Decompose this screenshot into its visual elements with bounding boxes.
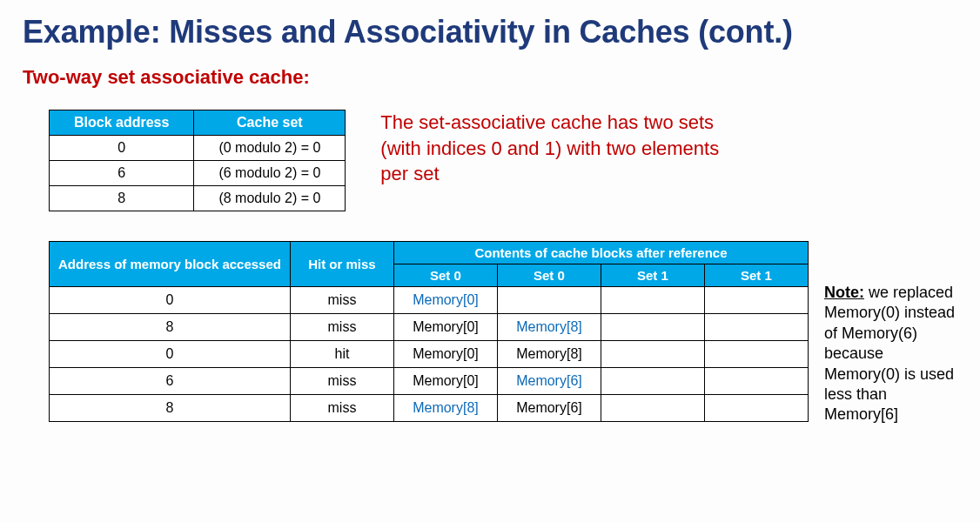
- cell: [704, 341, 808, 368]
- col-hit-miss: Hit or miss: [290, 242, 393, 287]
- cell: [601, 314, 704, 341]
- cell: [704, 287, 808, 314]
- cell: [704, 314, 808, 341]
- cell: 0: [50, 341, 291, 368]
- cell: hit: [290, 341, 393, 368]
- cell: Memory[6]: [497, 395, 601, 422]
- col-block-address: Block address: [50, 110, 194, 136]
- cell-addr: 8: [50, 186, 194, 211]
- mapping-table: Block address Cache set 0 (0 modulo 2) =…: [49, 110, 346, 211]
- col-cache-set: Cache set: [194, 110, 346, 136]
- subtitle: Two-way set associative cache:: [23, 66, 957, 89]
- callout-text: The set-associative cache has two sets (…: [380, 110, 746, 187]
- cell-addr: 0: [50, 136, 194, 161]
- cell: 8: [50, 395, 291, 422]
- cell: [704, 368, 808, 395]
- cell: 6: [50, 368, 291, 395]
- table-row: 0missMemory[0]: [50, 287, 809, 314]
- note-label: Note:: [824, 284, 864, 301]
- table-header-row: Address of memory block accessed Hit or …: [50, 242, 809, 264]
- table-row: 8missMemory[0]Memory[8]: [50, 314, 809, 341]
- table-row: 6missMemory[0]Memory[6]: [50, 368, 809, 395]
- cell: Memory[6]: [497, 368, 601, 395]
- cell: [601, 341, 704, 368]
- cell: miss: [290, 395, 393, 422]
- cell: miss: [290, 314, 393, 341]
- table-row: 0 (0 modulo 2) = 0: [50, 136, 346, 161]
- cell: Memory[8]: [497, 341, 601, 368]
- table-row: 0hitMemory[0]Memory[8]: [50, 341, 809, 368]
- cell: miss: [290, 287, 393, 314]
- col-set0a: Set 0: [393, 264, 497, 287]
- col-set1a: Set 1: [601, 264, 704, 287]
- col-hit-miss-label: Hit or miss: [308, 257, 376, 271]
- cell: Memory[0]: [393, 314, 497, 341]
- table-row: 6 (6 modulo 2) = 0: [50, 161, 346, 186]
- col-address-label: Address of memory block accessed: [58, 257, 281, 271]
- table-header-row: Block address Cache set: [50, 110, 346, 136]
- note-text: Note: we replaced Memory(0) instead of M…: [824, 283, 957, 425]
- cell: Memory[0]: [393, 341, 497, 368]
- cell: [601, 368, 704, 395]
- cell: [601, 395, 704, 422]
- cell: [601, 287, 704, 314]
- cell: Memory[0]: [393, 368, 497, 395]
- col-address: Address of memory block accessed: [50, 242, 291, 287]
- slide: Example: Misses and Associativity in Cac…: [0, 0, 980, 522]
- cell: [497, 287, 601, 314]
- cell: miss: [290, 368, 393, 395]
- trace-row: Address of memory block accessed Hit or …: [23, 241, 957, 425]
- col-set0b: Set 0: [497, 264, 601, 287]
- cell: 0: [50, 287, 291, 314]
- cell: Memory[8]: [497, 314, 601, 341]
- table-row: 8 (8 modulo 2) = 0: [50, 186, 346, 211]
- note-body: we replaced Memory(0) instead of Memory(…: [824, 284, 955, 423]
- col-set1b: Set 1: [704, 264, 808, 287]
- col-contents: Contents of cache blocks after reference: [393, 242, 808, 264]
- cell: 8: [50, 314, 291, 341]
- table-row: 8missMemory[8]Memory[6]: [50, 395, 809, 422]
- cell-set: (0 modulo 2) = 0: [194, 136, 346, 161]
- upper-row: Block address Cache set 0 (0 modulo 2) =…: [23, 110, 957, 211]
- page-title: Example: Misses and Associativity in Cac…: [23, 14, 957, 50]
- cell: Memory[8]: [393, 395, 497, 422]
- cell-set: (8 modulo 2) = 0: [194, 186, 346, 211]
- cell-addr: 6: [50, 161, 194, 186]
- cell-set: (6 modulo 2) = 0: [194, 161, 346, 186]
- cell: [704, 395, 808, 422]
- trace-table: Address of memory block accessed Hit or …: [49, 241, 809, 422]
- cell: Memory[0]: [393, 287, 497, 314]
